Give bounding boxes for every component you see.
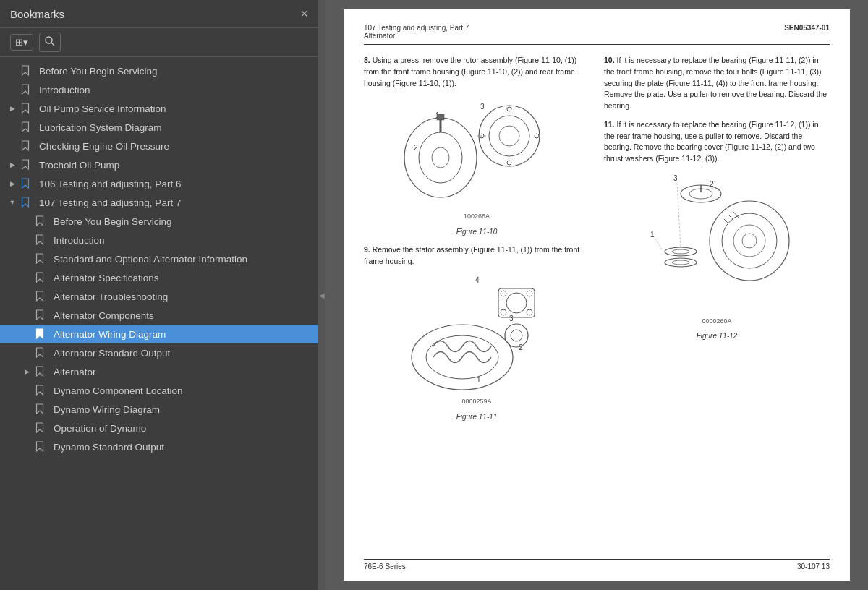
- bookmark-item[interactable]: Lubrication System Diagram: [0, 118, 318, 137]
- bookmark-item[interactable]: Oil Pump Service Information: [0, 99, 318, 118]
- svg-text:3: 3: [673, 174, 678, 182]
- bookmark-item[interactable]: Dynamo Wiring Diagram: [0, 400, 318, 419]
- bookmark-item[interactable]: Alternator Troubleshooting: [0, 287, 318, 306]
- header-left: 107 Testing and adjusting, Part 7 Altern…: [364, 24, 469, 40]
- bookmark-label: Dynamo Component Location: [54, 385, 311, 396]
- svg-point-36: [722, 213, 777, 268]
- search-icon: [44, 35, 56, 49]
- bookmark-item[interactable]: Introduction: [0, 231, 318, 249]
- bookmark-item[interactable]: Before You Begin Servicing: [0, 212, 318, 231]
- bookmark-item[interactable]: Checking Engine Oil Pressure: [0, 137, 318, 155]
- bookmark-icon: [35, 441, 48, 453]
- page-body: 8. Using a press, remove the rotor assem…: [364, 55, 830, 429]
- bookmark-item[interactable]: Alternator Wiring Diagram: [0, 325, 318, 343]
- bookmark-icon: [20, 197, 33, 208]
- bookmark-item[interactable]: Dynamo Component Location: [0, 381, 318, 400]
- bookmark-label: Trochoid Oil Pump: [39, 160, 311, 171]
- header-chapter: 107 Testing and adjusting, Part 7: [364, 24, 469, 32]
- fig-12-label: Figure 11-12: [697, 330, 738, 341]
- search-bookmarks-button[interactable]: [39, 33, 61, 52]
- list-view-button[interactable]: ⊞▾: [10, 34, 33, 51]
- bookmark-label: 107 Testing and adjusting, Part 7: [39, 197, 311, 208]
- list-icon: ⊞▾: [15, 37, 28, 48]
- step-9: 9. Remove the stator assembly (Figure 11…: [364, 244, 590, 268]
- bookmark-label: Alternator Troubleshooting: [54, 291, 311, 302]
- bookmark-label: Introduction: [54, 235, 311, 246]
- bookmark-label: Dynamo Wiring Diagram: [54, 404, 311, 415]
- bookmark-label: Before You Begin Servicing: [54, 216, 311, 227]
- bookmark-label: Alternator Wiring Diagram: [54, 329, 311, 340]
- svg-line-1: [51, 43, 54, 46]
- svg-rect-16: [437, 114, 444, 120]
- svg-point-11: [535, 134, 539, 138]
- svg-point-28: [527, 309, 532, 315]
- panel-title: Bookmarks: [10, 8, 64, 20]
- bookmark-label: Introduction: [39, 85, 311, 95]
- svg-point-6: [489, 116, 529, 156]
- bookmark-item[interactable]: Alternator Standard Output: [0, 343, 318, 362]
- step-8: 8. Using a press, remove the rotor assem…: [364, 55, 590, 89]
- svg-point-9: [507, 161, 511, 165]
- bookmark-icon: [35, 234, 48, 246]
- bookmark-item[interactable]: Alternator Components: [0, 306, 318, 325]
- bookmark-icon: [20, 103, 33, 114]
- bookmarks-list: Before You Begin ServicingIntroductionOi…: [0, 57, 318, 590]
- figure-11-10-area: 3 2 1: [364, 96, 590, 237]
- bookmark-icon: [20, 178, 33, 189]
- svg-point-25: [501, 291, 506, 296]
- figure-11-11-area: 4 3 2 1: [364, 274, 590, 422]
- bookmark-item[interactable]: Operation of Dynamo: [0, 419, 318, 437]
- bookmark-icon: [35, 403, 48, 415]
- bookmark-item[interactable]: Introduction: [0, 80, 318, 99]
- bookmark-item[interactable]: Alternator: [0, 362, 318, 381]
- step-10-text: If it is necessary to replace the bearin…: [604, 56, 827, 110]
- svg-point-7: [499, 126, 519, 146]
- step-8-text: Using a press, remove the rotor assembly…: [364, 56, 576, 87]
- close-button[interactable]: ×: [300, 7, 308, 20]
- step-10: 10. If it is necessary to replace the be…: [604, 55, 830, 112]
- step-9-num: 9.: [364, 245, 370, 254]
- bookmark-icon: [20, 84, 33, 95]
- bookmark-label: Operation of Dynamo: [54, 423, 311, 434]
- resize-handle[interactable]: [318, 0, 326, 590]
- expand-arrow-icon[interactable]: [6, 161, 19, 168]
- bookmark-item[interactable]: 107 Testing and adjusting, Part 7: [0, 193, 318, 212]
- svg-point-30: [505, 324, 528, 347]
- bookmark-label: Alternator Components: [54, 310, 311, 321]
- bookmark-icon: [35, 328, 48, 340]
- svg-point-42: [672, 260, 689, 265]
- bookmark-item[interactable]: Standard and Optional Alternator Informa…: [0, 249, 318, 268]
- bookmark-label: Alternator Specifications: [54, 273, 311, 283]
- step-10-num: 10.: [604, 56, 615, 64]
- bookmark-icon: [35, 215, 48, 227]
- bookmark-label: Dynamo Standard Output: [54, 442, 311, 453]
- bookmark-item[interactable]: 106 Testing and adjusting, Part 6: [0, 174, 318, 193]
- fig-10-label: Figure 11-10: [456, 226, 498, 237]
- bookmark-icon: [35, 422, 48, 434]
- expand-arrow-icon[interactable]: [6, 199, 19, 206]
- svg-point-31: [511, 330, 522, 341]
- bookmark-item[interactable]: Alternator Specifications: [0, 268, 318, 287]
- bookmarks-panel: Bookmarks × ⊞▾ Before You Begin Servicin…: [0, 0, 318, 590]
- bookmark-item[interactable]: Trochoid Oil Pump: [0, 155, 318, 174]
- svg-line-46: [677, 183, 681, 248]
- svg-point-39: [665, 247, 697, 256]
- expand-arrow-icon[interactable]: [20, 368, 33, 375]
- svg-line-48: [653, 236, 663, 250]
- bookmark-icon: [20, 159, 33, 171]
- bookmark-label: Standard and Optional Alternator Informa…: [54, 254, 311, 265]
- bookmark-item[interactable]: Dynamo Standard Output: [0, 437, 318, 456]
- expand-arrow-icon[interactable]: [6, 105, 19, 112]
- bookmark-item[interactable]: Before You Begin Servicing: [0, 61, 318, 80]
- figure-11-12-area: 3 2 1: [604, 172, 830, 342]
- bookmark-label: Oil Pump Service Information: [39, 103, 311, 114]
- footer-page-num: 30-107 13: [797, 563, 830, 570]
- page-footer: 76E-6 Series 30-107 13: [364, 559, 830, 570]
- svg-point-40: [672, 249, 689, 254]
- fig-12-num: 0000260A: [702, 317, 731, 327]
- bookmark-label: Lubrication System Diagram: [39, 122, 311, 133]
- expand-arrow-icon[interactable]: [6, 180, 19, 187]
- svg-point-5: [479, 106, 540, 166]
- svg-point-26: [527, 291, 532, 296]
- svg-point-8: [507, 107, 511, 111]
